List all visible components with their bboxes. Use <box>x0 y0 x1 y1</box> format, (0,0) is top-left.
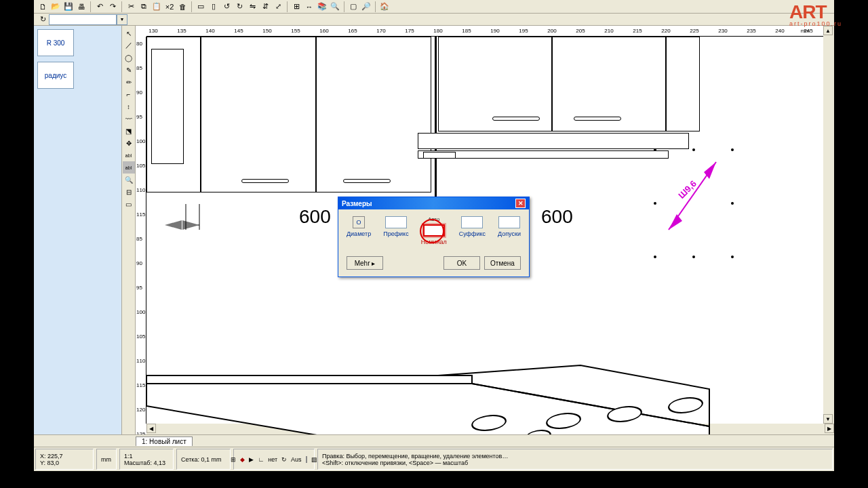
label-suffix: Суффикс <box>459 230 486 237</box>
tool-toolbar: ↖ ／ ◯ ✎ ✏ ⌐ ↕ 〰 ⬔ ✥ abl abl 🔍 ⊟ ▭ <box>122 26 136 434</box>
tab-sheet-1[interactable]: 1: Новый лист <box>136 436 193 446</box>
move-icon[interactable]: ✥ <box>123 137 135 149</box>
copy-icon[interactable]: ⧉ <box>138 1 150 13</box>
dialog-title: Размеры <box>342 200 372 207</box>
rotate-r-icon[interactable]: ↻ <box>233 1 245 13</box>
vertical-ruler: 8085909510010511011585909510010511011512… <box>136 37 146 424</box>
svg-marker-2 <box>182 220 199 230</box>
symbols-combo[interactable]: Значки ▼ <box>49 14 127 25</box>
scroll-down-icon[interactable]: ▼ <box>823 414 833 424</box>
auto-label: Авто <box>428 216 439 222</box>
tolerance-input[interactable] <box>498 216 520 228</box>
status-mm: mm <box>96 449 117 470</box>
vertical-scrollbar[interactable]: ▲ ▼ <box>823 26 834 424</box>
cancel-button[interactable]: Отмена <box>484 256 521 270</box>
rect-tool-icon[interactable]: ▭ <box>123 198 135 210</box>
logo: ART art-pro100.ru <box>789 1 842 27</box>
svg-marker-7 <box>704 162 716 179</box>
ok-button[interactable]: OK <box>443 256 480 270</box>
new-icon[interactable]: 🗋 <box>37 1 49 13</box>
chevron-down-icon[interactable]: ▼ <box>117 14 127 25</box>
text2-icon[interactable]: abl <box>123 161 135 174</box>
status-scale: 1:1Масштаб: 4,13 <box>119 449 174 470</box>
dimension-dialog: Размеры ✕ O Диаметр Префикс Авто Номинал… <box>338 197 530 277</box>
pencil-icon[interactable]: ✏ <box>123 76 135 88</box>
print-icon[interactable]: 🖶 <box>75 1 87 13</box>
label-tolerance: Допуски <box>498 230 521 237</box>
horizontal-ruler: mm 1301351401451501551601651701751801851… <box>146 26 823 37</box>
dim-1: 600 <box>299 206 331 228</box>
symbol-cell-2[interactable]: радиус <box>37 62 74 89</box>
svg-line-5 <box>669 162 716 230</box>
rect-icon[interactable]: ▢ <box>347 1 359 13</box>
delete-icon[interactable]: 🗑 <box>176 1 189 13</box>
dim-diag: Ш9,6 <box>676 178 698 201</box>
front-icon[interactable]: ▭ <box>195 1 207 13</box>
status-snap: ⊞◆▶ ∟нет ↻Aus ▨ <box>233 449 315 470</box>
combo-bar: ↻ Значки ▼ <box>34 14 834 26</box>
mirror-v-icon[interactable]: ⇵ <box>259 1 271 13</box>
find-icon[interactable]: 🔍 <box>329 1 341 13</box>
sheet-tabs: 1: Новый лист <box>34 434 834 447</box>
close-icon[interactable]: ✕ <box>515 199 526 208</box>
nominal-input[interactable] <box>423 224 445 237</box>
main-toolbar: 🗋 📂 💾 🖶 ↶ ↷ ✂ ⧉ 📋 ×2 🗑 ▭ ▯ ↺ ↻ ⇋ ⇵ ⤢ ⊞ ↔… <box>34 0 834 14</box>
redo-icon[interactable]: ↷ <box>106 1 119 13</box>
scroll-right-icon[interactable]: ▶ <box>825 424 834 433</box>
symbol-cell-1[interactable]: R 300 <box>37 29 74 56</box>
pointer-icon[interactable]: ↖ <box>123 27 135 39</box>
line-icon[interactable]: ／ <box>123 39 135 52</box>
status-coords: X: 225,7Y: 83,0 <box>35 449 94 470</box>
dimension-icon[interactable]: ↕ <box>123 100 135 113</box>
grid-icon[interactable]: ⊞ <box>290 1 302 13</box>
mehr-button[interactable]: Mehr ▸ <box>347 256 383 270</box>
paste-icon[interactable]: 📋 <box>151 1 163 13</box>
rotate-l-icon[interactable]: ↺ <box>220 1 233 13</box>
corner-icon[interactable]: ⬔ <box>123 125 135 137</box>
dim-icon[interactable]: ↔ <box>303 1 315 13</box>
spline-icon[interactable]: 〰 <box>123 113 135 125</box>
open-icon[interactable]: 📂 <box>50 1 62 13</box>
pen-icon[interactable]: ✎ <box>123 64 135 76</box>
diameter-btn[interactable]: O <box>353 216 365 228</box>
label-diameter: Диаметр <box>347 230 371 237</box>
zoom-icon[interactable]: 🔍 <box>123 174 135 186</box>
home-icon[interactable]: 🏠 <box>378 1 391 13</box>
polyline-icon[interactable]: ⌐ <box>123 88 135 100</box>
back-icon[interactable]: ▯ <box>208 1 220 13</box>
dialog-title-bar[interactable]: Размеры ✕ <box>338 197 529 209</box>
scroll-up-icon[interactable]: ▲ <box>823 26 833 35</box>
label-nominal: Номинал <box>421 239 447 245</box>
cut-icon[interactable]: ✂ <box>125 1 137 13</box>
flip-icon[interactable]: ⤢ <box>272 1 284 13</box>
undo-icon[interactable]: ↶ <box>94 1 106 13</box>
zoomout-icon[interactable]: ⊟ <box>123 186 135 198</box>
ellipse-icon[interactable]: ◯ <box>123 52 135 64</box>
status-grid: Сетка: 0,1 mm <box>176 449 231 470</box>
refresh-icon[interactable]: ↻ <box>37 14 49 26</box>
combo-input[interactable]: Значки <box>49 14 117 25</box>
svg-marker-6 <box>669 214 682 230</box>
mirror-h-icon[interactable]: ⇋ <box>246 1 258 13</box>
scroll-left-icon[interactable]: ◀ <box>146 424 156 433</box>
status-bar: X: 225,7Y: 83,0 mm 1:1Масштаб: 4,13 Сетк… <box>34 447 834 471</box>
dim-2: 600 <box>541 206 573 228</box>
symbols-panel: R 300 радиус <box>34 26 122 434</box>
prefix-input[interactable] <box>385 216 407 228</box>
x2-icon[interactable]: ×2 <box>163 1 176 13</box>
text-icon[interactable]: abl <box>123 149 135 161</box>
catalog-icon[interactable]: 📚 <box>316 1 328 13</box>
status-hint: Правка: Выбор, перемещение, вращение, уд… <box>317 449 833 470</box>
label-prefix: Префикс <box>383 230 408 237</box>
save-icon[interactable]: 💾 <box>62 1 75 13</box>
svg-marker-1 <box>165 220 182 230</box>
suffix-input[interactable] <box>461 216 483 228</box>
search-icon[interactable]: 🔎 <box>360 1 372 13</box>
